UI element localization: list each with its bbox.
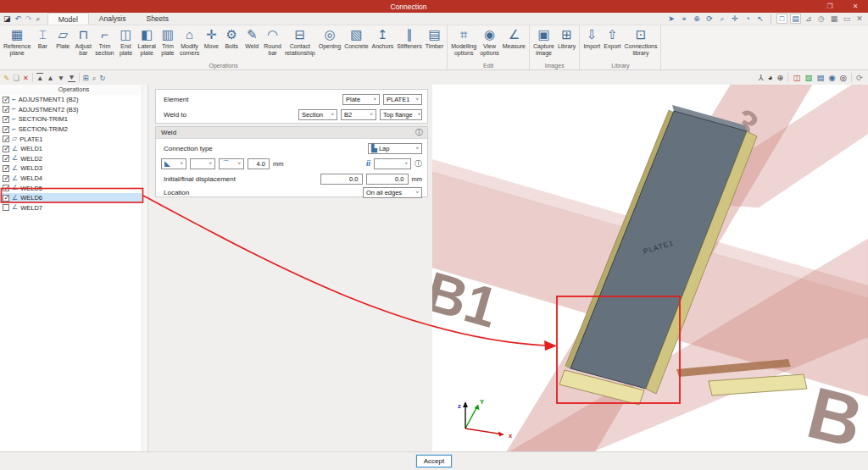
intermittent-dropdown[interactable]: ˅ [374,158,411,169]
toggle-clock-icon[interactable]: ◷ [816,14,826,23]
zoom-window-icon[interactable]: ⌖ [679,14,689,24]
restore-button[interactable]: ❐ [817,0,843,13]
explode-tree-icon[interactable]: ⊞ [83,74,89,82]
end-plate-button[interactable]: ◫End plate [115,26,136,56]
select-icon[interactable]: ➤ [666,14,676,23]
move-up-icon[interactable]: ▲ [47,74,53,82]
save-icon[interactable]: ◪ [3,14,11,23]
tree-item-weld2[interactable]: ∠WELD2 [0,154,147,164]
tree-item-weld7[interactable]: ∠WELD7 [0,203,147,213]
checkbox[interactable] [3,204,9,211]
zoom-in-icon[interactable]: ⊕ [692,14,702,23]
move-bottom-icon[interactable]: ▼ [68,73,75,82]
pan-icon[interactable]: ✛ [730,14,740,23]
previous-view-icon[interactable]: ↖ [755,14,765,23]
checkbox[interactable] [3,106,9,113]
displacement-initial-input[interactable]: 0.0 [320,174,363,185]
tab-analysis[interactable]: Analysis [89,13,136,25]
library-button[interactable]: ⊞Library [556,26,577,50]
reference-plane-button[interactable]: ▦Reference plane [2,26,32,56]
measure-button[interactable]: ∠Measure [501,26,527,50]
plate-button[interactable]: ▱Plate [53,26,73,50]
weld-to-type-dropdown[interactable]: Section˅ [298,109,337,120]
weld-type-dropdown[interactable]: ◣ ˅ [161,158,186,169]
weld-button[interactable]: ✎Weld [242,26,262,50]
weld-material-dropdown[interactable]: ˅ [190,158,215,169]
rotate-view-icon[interactable]: ⟳ [704,14,715,23]
tree-item-section-trim1[interactable]: ⌐SECTION-TRIM1 [0,114,147,124]
location-dropdown[interactable]: On all edges ˅ [363,187,422,198]
checkbox[interactable] [3,146,9,152]
move-button[interactable]: ✛Move [201,26,221,50]
refresh-icon[interactable]: ↻ [99,74,105,82]
trim-plate-button[interactable]: ▥Trim plate [158,26,178,56]
timber-button[interactable]: ▤Timber [424,26,446,50]
checkbox[interactable] [3,135,9,142]
toggle-angle-icon[interactable]: ⊿ [804,14,814,23]
info-icon[interactable]: ⓘ [415,158,422,169]
transform-icon[interactable]: ⟳ [856,73,863,82]
bolts-button[interactable]: ⚙Bolts [221,26,242,50]
move-down-icon[interactable]: ▼ [58,74,64,82]
element-type-dropdown[interactable]: Plate˅ [342,94,380,105]
visibility-icon[interactable]: ◎ [840,73,847,82]
checkbox[interactable] [3,116,9,123]
modelling-options-button[interactable]: ⌗Modelling options [449,26,478,56]
trim-section-button[interactable]: ⌐Trim section [93,26,115,56]
operations-scrollbar[interactable] [142,85,147,451]
viewport-3d[interactable]: B1 B 3 PLATE1 x Y z [432,85,868,451]
checkbox[interactable] [3,97,9,103]
checkbox[interactable] [3,126,9,133]
clipping-icon[interactable]: ◫ [793,73,800,82]
tree-item-weld3[interactable]: ∠WELD3 [0,163,147,174]
undo-icon[interactable]: ↶ [15,14,22,23]
checkbox[interactable] [3,195,9,202]
orbit-icon[interactable]: ⊕ [777,73,784,82]
concrete-button[interactable]: ▧Concrete [342,26,370,50]
toggle-pin-icon[interactable]: ✕ [854,14,865,23]
shading-icon[interactable]: ◕ [768,73,773,82]
checkbox[interactable] [3,165,9,172]
import-button[interactable]: ⇩Import [581,26,602,50]
tree-item-adjustment1-b2-[interactable]: ⌐ADJUSTMENT1 (B2) [0,95,147,105]
tree-item-adjustment2-b3-[interactable]: ⌐ADJUSTMENT2 (B3) [0,105,147,115]
axes-icon[interactable]: ⅄ [759,73,764,82]
workplane-icon[interactable]: ▨ [804,73,812,82]
weld-to-part-dropdown[interactable]: Top flange˅ [380,109,422,120]
element-item-dropdown[interactable]: PLATE1˅ [383,94,422,105]
export-button[interactable]: ⇧Export [602,26,622,50]
toggle-grid-icon[interactable]: ▦ [829,14,839,23]
round-bar-button[interactable]: ◠Round bar [262,26,283,56]
tree-item-weld6[interactable]: ∠WELD6 [0,193,147,203]
anchors-button[interactable]: ↥Anchors [370,26,396,50]
edit-icon[interactable]: ✎ [3,74,9,82]
weld-to-member-dropdown[interactable]: B2˅ [341,109,376,120]
search-list-icon[interactable]: ⌕ [92,74,97,82]
info-icon[interactable]: ⓘ [415,127,423,138]
capture-image-button[interactable]: ▣Capture image [531,26,556,56]
accept-button[interactable]: Accept [416,455,452,467]
weld-contour-dropdown[interactable]: ⌒ ˅ [219,158,244,169]
lateral-plate-button[interactable]: ◧Lateral plate [136,26,157,56]
tree-item-section-trim2[interactable]: ⌐SECTION-TRIM2 [0,124,147,135]
throat-thickness-input[interactable]: 4.0 [248,158,270,169]
render-mode-icon[interactable]: ◉ [828,73,835,82]
connection-type-dropdown[interactable]: ▙ Lap ˅ [368,143,422,154]
view-options-button[interactable]: ◉View options [478,26,501,56]
tab-model[interactable]: Model [47,13,89,25]
fit-view-icon[interactable]: ◔ [743,14,753,23]
delete-icon[interactable]: ✕ [23,74,29,82]
modify-corners-button[interactable]: ⌂Modify corners [178,26,201,56]
checkbox[interactable] [3,155,9,162]
toggle-solid-icon[interactable]: □ [776,14,787,24]
checkbox[interactable] [3,185,9,191]
connections-library-button[interactable]: ⊡Connections library [623,26,659,56]
displacement-final-input[interactable]: 0.0 [366,174,409,185]
tree-item-weld4[interactable]: ∠WELD4 [0,174,147,184]
stiffeners-button[interactable]: ∥Stiffeners [395,26,423,50]
checkbox[interactable] [3,175,9,182]
zoom-out-icon[interactable]: ⌕ [717,14,727,24]
bar-button[interactable]: ⌶Bar [32,26,53,50]
copy-icon[interactable]: ❏ [13,74,19,82]
toggle-mesh-icon[interactable]: ▤ [790,14,801,24]
